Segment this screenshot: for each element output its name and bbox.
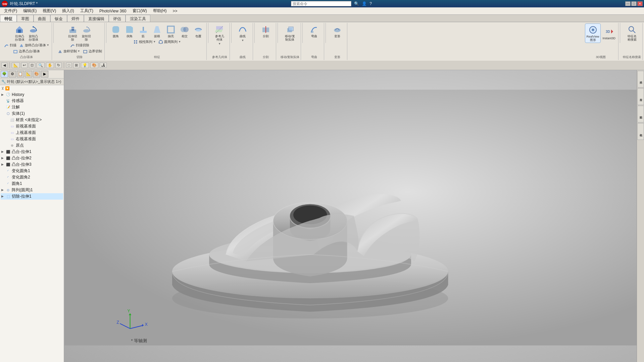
menu-tools[interactable]: 工具(T) xyxy=(78,7,96,14)
curves-button[interactable]: 曲线 xyxy=(236,23,249,39)
tree-item-origin[interactable]: ▶ ⊕ 原点 xyxy=(1,142,63,149)
tree-item-pattern1[interactable]: ▶ ⊙ 阵列(圆周)1 xyxy=(1,187,63,193)
search-input[interactable] xyxy=(291,1,351,6)
tree-item-material[interactable]: ▶ ⬜ 材质 <未指定> xyxy=(1,117,63,123)
split-button[interactable]: 分割 xyxy=(259,23,273,39)
deform-button[interactable]: 变形 xyxy=(331,23,344,39)
tree-item-top-plane[interactable]: ▶ ▭ 上视基准面 xyxy=(1,130,63,136)
rotate-button[interactable]: ↻ xyxy=(55,62,62,68)
tree-item-boss3[interactable]: ▶ ⬛ 凸台-拉伸3 xyxy=(1,161,63,168)
minimize-button[interactable]: — xyxy=(625,1,631,6)
expand-boss1[interactable]: ▶ xyxy=(1,150,5,153)
cut-sweep-button[interactable]: 扫描切除 xyxy=(69,42,90,48)
filter-icon[interactable]: ⊻ 🔽 xyxy=(1,86,10,91)
property-manager-tab[interactable]: ⚙ xyxy=(9,71,16,77)
chamfer-button[interactable]: 倒角 xyxy=(123,23,136,39)
expand-boss3[interactable]: ▶ xyxy=(1,163,5,166)
revolve-boss-button[interactable]: 旋转凸台/基体 xyxy=(27,23,40,42)
expand-cut1[interactable]: ▶ xyxy=(1,195,5,198)
reference-geometry-arrow[interactable]: ▼ xyxy=(218,42,221,45)
tree-item-cut-extrude1[interactable]: ▶ ⬚ 切除-拉伸1 xyxy=(1,193,63,200)
instant3d-button[interactable]: 3D Instant3D xyxy=(601,25,617,41)
panel-collapse-button[interactable]: ◀ xyxy=(1,62,7,68)
section-view-button[interactable]: ⊞ xyxy=(73,62,80,68)
realview-button[interactable]: RealView图形 xyxy=(585,23,601,43)
expand-boss2[interactable]: ▶ xyxy=(1,156,5,160)
draft-button[interactable]: 拔模 xyxy=(150,23,164,39)
view-orientation-button[interactable]: 📐 xyxy=(12,62,20,68)
tree-item-variable-fillet2[interactable]: ▶ ◜ 变化圆角2 xyxy=(1,174,63,180)
tree-item-boss1[interactable]: ▶ ⬛ 凸台-拉伸1 xyxy=(1,149,63,155)
linear-pattern-arrow[interactable]: ▼ xyxy=(153,40,156,43)
cut-boundary-button[interactable]: 边界切制 xyxy=(82,48,103,54)
tree-item-right-plane[interactable]: ▶ ▭ 右视基准面 xyxy=(1,136,63,142)
tab-direct-edit[interactable]: 直接编辑 xyxy=(84,15,109,22)
view-previous-button[interactable]: ↩ xyxy=(21,62,28,68)
menu-window[interactable]: 窗口(W) xyxy=(130,7,150,14)
appearance-tab[interactable]: 🎨 xyxy=(33,71,40,77)
menu-insert[interactable]: 插入(I) xyxy=(59,7,77,14)
tree-item-annotations[interactable]: ▶ 📝 注解 xyxy=(1,104,63,110)
wrap-button[interactable]: 包覆 xyxy=(192,23,205,39)
panel-more-tab[interactable]: ▶ xyxy=(41,71,48,77)
menu-more[interactable]: >> xyxy=(170,8,180,14)
rib-button[interactable]: 筋 xyxy=(137,23,150,39)
tab-sheetmetal[interactable]: 钣金 xyxy=(50,15,67,22)
tree-item-history[interactable]: ▶ 🕐 History xyxy=(1,92,63,98)
search-icon[interactable]: 🔍 xyxy=(354,1,359,6)
tab-render[interactable]: 渲染工具 xyxy=(126,15,150,22)
move-copy-button[interactable]: 移动/复制实体 xyxy=(283,23,297,42)
tab-weldment[interactable]: 焊件 xyxy=(67,15,84,22)
expand-history[interactable]: ▶ xyxy=(1,93,5,96)
viewport[interactable]: X Y Z * 等轴测 xyxy=(64,70,637,362)
tree-item-solid-bodies[interactable]: ▶ ⬡ 实体(1) xyxy=(1,110,63,117)
boundary-boss-button[interactable]: 边界凸台/基体 xyxy=(12,48,41,54)
sweep-boss-button[interactable]: 扫描 xyxy=(3,42,17,48)
tree-item-boss2[interactable]: ▶ ⬛ 凸台-拉伸2 xyxy=(1,155,63,161)
intersect-button[interactable]: 相交 xyxy=(178,23,191,39)
tab-sketch[interactable]: 草图 xyxy=(17,15,34,22)
config-manager-tab[interactable]: 📋 xyxy=(17,71,24,77)
tab-surface[interactable]: 曲面 xyxy=(34,15,50,22)
tree-item-front-plane[interactable]: ▶ ▭ 前视基准面 xyxy=(1,123,63,130)
menu-edit[interactable]: 编辑(E) xyxy=(20,7,39,14)
restore-button[interactable]: □ xyxy=(631,1,637,6)
appearance-button[interactable]: 🎨 xyxy=(90,62,98,68)
tree-item-fillet1[interactable]: ▶ ◜ 圆角1 xyxy=(1,180,63,187)
circular-pattern-arrow[interactable]: ▼ xyxy=(178,40,181,43)
tree-item-variable-fillet1[interactable]: ▶ ◜ 变化圆角1 xyxy=(1,168,63,174)
reference-geometry-button[interactable]: 参考几何体 xyxy=(213,23,226,42)
menu-file[interactable]: 文件(F) xyxy=(1,7,20,14)
dim-expert-tab[interactable]: 📐 xyxy=(25,71,32,77)
zoom-window-button[interactable]: 🔍 xyxy=(37,62,45,68)
linear-pattern-button[interactable]: 线性阵列 ▼ xyxy=(132,39,157,45)
pan-button[interactable]: ✋ xyxy=(46,62,54,68)
loft-boss-button[interactable]: 放样凸台/基体 ▼ xyxy=(18,42,50,48)
boss-extrude-button[interactable]: 拉伸凸台/基体 xyxy=(13,23,26,42)
scene-button[interactable]: 🏞 xyxy=(100,62,107,68)
feature-manager-tab[interactable]: 🌳 xyxy=(1,71,8,77)
expand-pat1[interactable]: ▶ xyxy=(1,188,5,192)
flex-button[interactable]: 弯曲 xyxy=(307,23,321,39)
fillet-button[interactable]: 圆角 xyxy=(109,23,122,39)
menu-view[interactable]: 视图(V) xyxy=(40,7,59,14)
cut-extrude-button[interactable]: 拉伸切除 xyxy=(66,23,80,42)
tab-feature[interactable]: 特征 xyxy=(0,15,17,22)
help-icon[interactable]: ? xyxy=(369,1,372,6)
shell-button[interactable]: 抽壳 xyxy=(164,23,178,39)
cut-loft-button[interactable]: 放样切制 ▼ xyxy=(56,48,81,54)
tree-item-sensor[interactable]: ▶ 📡 传感器 xyxy=(1,98,63,104)
cut-revolve-button[interactable]: 旋转切除 xyxy=(80,23,93,42)
user-icon[interactable]: 👤 xyxy=(362,1,367,6)
circular-pattern-button[interactable]: 圆周阵列 ▼ xyxy=(157,39,182,45)
zoom-to-fit-button[interactable]: ⊡ xyxy=(29,62,35,68)
menu-photoview[interactable]: PhotoView 360 xyxy=(97,8,129,14)
tab-evaluate[interactable]: 评估 xyxy=(109,15,126,22)
cut-loft-arrow[interactable]: ▼ xyxy=(78,50,80,53)
curves-arrow[interactable]: ▼ xyxy=(241,39,244,42)
display-style-button[interactable]: □ xyxy=(66,62,72,68)
view-lights-button[interactable]: 💡 xyxy=(81,62,89,68)
loft-boss-arrow[interactable]: ▼ xyxy=(47,44,49,47)
feature-search-button[interactable]: 特征名称搜索 xyxy=(625,23,639,42)
menu-help[interactable]: 帮助(H) xyxy=(150,7,169,14)
